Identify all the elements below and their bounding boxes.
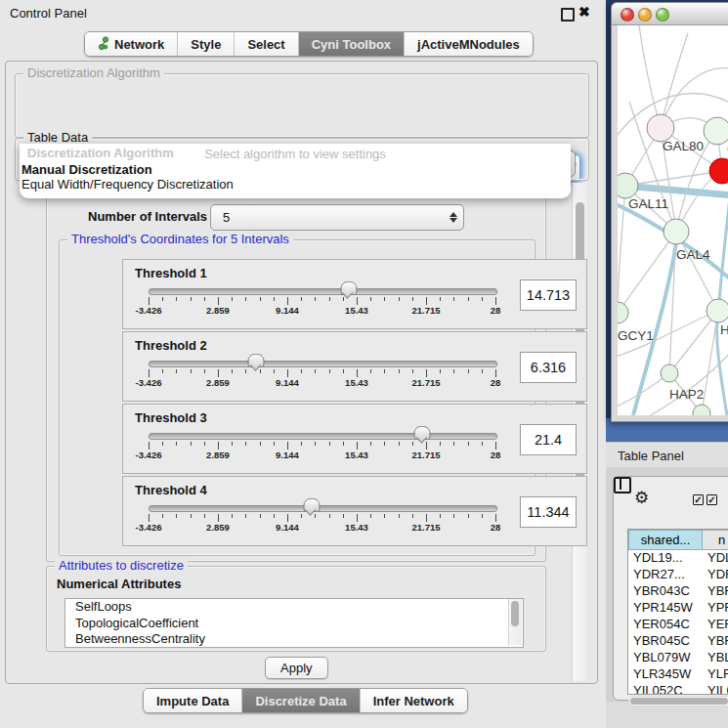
float-icon[interactable] (561, 8, 575, 21)
slider-thumb[interactable] (248, 354, 265, 367)
scrollbar-thumb[interactable] (511, 601, 519, 626)
tick-mark (204, 369, 205, 373)
threshold-value[interactable]: 21.4 (520, 424, 577, 455)
tick-mark (204, 297, 205, 301)
horizontal-scrollbar[interactable] (628, 696, 728, 707)
tick-mark (232, 297, 233, 301)
tick-mark (453, 369, 454, 373)
tick-mark (468, 297, 469, 301)
checkbox-icon[interactable]: ✓ (693, 494, 704, 505)
table-row[interactable]: YPR145WYPR1 (628, 600, 728, 617)
tab-style[interactable]: Style (178, 32, 235, 56)
tick-mark (357, 369, 358, 377)
algorithm-option[interactable]: Equal Width/Frequency Discretization (21, 177, 234, 192)
table-row[interactable]: YDL19...YDL1 (628, 550, 728, 567)
tick-mark (149, 297, 150, 305)
checkbox-icon[interactable]: ✓ (707, 494, 717, 505)
table-cell: YBR0 (703, 633, 728, 650)
column-header[interactable]: shared... (628, 530, 703, 550)
network-node-node-H[interactable] (707, 299, 728, 322)
tab-select[interactable]: Select (235, 32, 298, 56)
table-row[interactable]: YER054CYER0 (628, 617, 728, 633)
slider-thumb[interactable] (303, 498, 320, 512)
tick-mark (232, 514, 233, 518)
node-attribute-table[interactable]: shared... n YDL19...YDL1YDR27...YDR2YBR0… (627, 529, 728, 695)
tick-mark (287, 369, 288, 377)
tick-mark (191, 369, 192, 373)
table-row[interactable]: YIL052CYIL0 (628, 683, 728, 695)
attribute-list-item[interactable]: TopologicalCoefficient (65, 616, 523, 632)
close-light-icon[interactable] (621, 8, 634, 21)
scrollbar-thumb[interactable] (630, 698, 728, 705)
table-row[interactable]: YDR27...YDR2 (628, 567, 728, 583)
threshold-value[interactable]: 6.316 (520, 352, 577, 383)
algorithm-prompt-option[interactable]: Select algorithm to view settings (20, 147, 571, 161)
tick-mark (426, 297, 427, 305)
algorithm-option[interactable]: Manual Discretization (21, 162, 152, 177)
slider-thumb[interactable] (414, 426, 431, 440)
minimize-light-icon[interactable] (638, 8, 652, 21)
tick-mark (468, 442, 469, 446)
threshold-slider[interactable]: -3.4262.8599.14415.4321.71528 (149, 430, 495, 463)
table-row[interactable]: YLR345WYLR3 (628, 666, 728, 683)
network-node-node-red[interactable] (709, 158, 728, 184)
slider-track[interactable] (149, 361, 497, 367)
tick-mark (149, 514, 150, 522)
attribute-list-item[interactable]: SelfLoops (65, 599, 523, 616)
network-canvas[interactable]: GAL80G.CGAL11GAL4GCY1HHAP2 (618, 25, 728, 415)
tick-mark (426, 369, 427, 377)
tick-mark (176, 297, 177, 301)
tick-mark (274, 369, 275, 373)
attribute-list-item[interactable]: BetweennessCentrality (65, 631, 523, 648)
node-label-GAL80: GAL80 (663, 139, 704, 153)
slider-track[interactable] (149, 433, 497, 440)
threshold-value[interactable]: 11.344 (520, 496, 577, 528)
network-node-HAP2[interactable] (661, 364, 678, 382)
tick-mark (245, 297, 246, 301)
close-icon[interactable]: ✖ (578, 4, 590, 20)
table-row[interactable]: YBR043CYBR0 (628, 583, 728, 600)
table-row[interactable]: YBR045CYBR0 (628, 633, 728, 650)
num-intervals-combobox[interactable]: 5 (210, 204, 464, 231)
gear-icon[interactable]: ⚙ (634, 490, 649, 506)
slider-thumb[interactable] (340, 281, 357, 295)
tick-mark (468, 369, 469, 373)
tab-jactivemnodules[interactable]: jActiveMNodules (405, 32, 533, 56)
slider-track[interactable] (149, 288, 497, 295)
tab-network[interactable]: Network (85, 32, 178, 56)
numerical-attributes-list[interactable]: SelfLoopsTopologicalCoefficientBetweenne… (64, 598, 524, 648)
tab-impute-data[interactable]: Impute Data (144, 689, 242, 712)
threshold-slider[interactable]: -3.4262.8599.14415.4321.71528 (149, 502, 495, 535)
zoom-light-icon[interactable] (656, 8, 669, 21)
slider-track[interactable] (149, 505, 497, 512)
table-panel-titlebar[interactable]: Table Panel (606, 442, 728, 469)
network-node-GAL11[interactable] (618, 173, 638, 198)
threshold-slider[interactable]: -3.4262.8599.14415.4321.71528 (149, 285, 495, 319)
tick-mark (176, 442, 177, 446)
attributes-group-title: Attributes to discretize (55, 559, 188, 573)
tab-discretize-data[interactable]: Discretize Data (242, 689, 360, 712)
network-window-titlebar[interactable] (612, 3, 728, 25)
threshold-slider[interactable]: -3.4262.8599.14415.4321.71528 (149, 358, 495, 391)
tab-label: jActiveMNodules (417, 37, 520, 52)
tick-mark (495, 369, 496, 377)
tick-mark (329, 514, 330, 518)
tick-mark (176, 514, 177, 518)
tick-mark (384, 369, 385, 373)
apply-button[interactable]: Apply (265, 657, 328, 679)
threshold-value[interactable]: 14.713 (520, 279, 577, 311)
split-view-icon[interactable] (614, 477, 631, 493)
slider-ticks (149, 442, 495, 450)
network-node-GAL80[interactable] (647, 114, 674, 142)
tick-mark (315, 297, 316, 301)
table-cell: YER0 (703, 617, 728, 633)
tick-mark (315, 369, 316, 373)
table-row[interactable]: YBL079WYBL0 (628, 650, 728, 666)
network-node-GCY1[interactable] (618, 302, 628, 323)
network-node-GAL4[interactable] (664, 219, 689, 244)
tab-infer-network[interactable]: Infer Network (361, 689, 467, 712)
list-scrollbar[interactable] (508, 599, 522, 645)
column-header[interactable]: n (703, 530, 728, 550)
tab-cyni-toolbox[interactable]: Cyni Toolbox (299, 32, 405, 56)
network-node-node-top-right[interactable] (704, 117, 728, 145)
